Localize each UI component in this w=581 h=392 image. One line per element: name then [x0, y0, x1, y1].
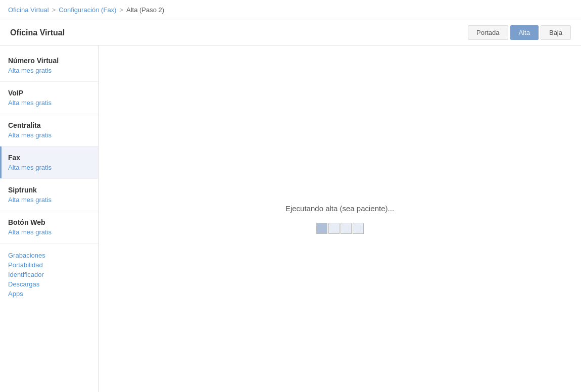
header-actions: Portada Alta Baja	[468, 25, 571, 40]
header-bar: Oficina Virtual Portada Alta Baja	[0, 20, 581, 45]
sidebar-link-apps[interactable]: Apps	[8, 290, 90, 298]
sidebar-link-numero-virtual[interactable]: Alta mes gratis	[8, 67, 90, 74]
portada-button[interactable]: Portada	[468, 25, 508, 40]
sidebar-section-fax[interactable]: Fax Alta mes gratis	[0, 146, 98, 179]
sidebar: Número Virtual Alta mes gratis VoIP Alta…	[0, 45, 99, 392]
page-title: Oficina Virtual	[10, 28, 65, 37]
content-area: Número Virtual Alta mes gratis VoIP Alta…	[0, 45, 581, 392]
sidebar-title-boton-web: Botón Web	[8, 218, 90, 226]
sidebar-link-siptrunk[interactable]: Alta mes gratis	[8, 196, 90, 204]
sidebar-link-identificador[interactable]: Identificador	[8, 271, 90, 278]
main-content: Ejecutando alta (sea paciente)...	[99, 45, 581, 392]
breadcrumb: Oficina Virtual > Configuración (Fax) > …	[0, 0, 581, 20]
progress-block-1	[316, 223, 327, 234]
sidebar-title-siptrunk: Siptrunk	[8, 186, 90, 194]
sidebar-title-voip: VoIP	[8, 89, 90, 97]
sidebar-title-fax: Fax	[8, 154, 90, 162]
alta-button[interactable]: Alta	[510, 25, 539, 40]
breadcrumb-sep-1: >	[52, 6, 56, 14]
progress-bar	[316, 223, 364, 234]
sidebar-link-portabilidad[interactable]: Portabilidad	[8, 261, 90, 269]
sidebar-link-fax[interactable]: Alta mes gratis	[8, 164, 90, 171]
sidebar-link-grabaciones[interactable]: Grabaciones	[8, 252, 90, 259]
status-text: Ejecutando alta (sea paciente)...	[285, 204, 394, 213]
sidebar-section-centralita[interactable]: Centralita Alta mes gratis	[0, 114, 98, 146]
baja-button[interactable]: Baja	[541, 25, 571, 40]
sidebar-section-voip[interactable]: VoIP Alta mes gratis	[0, 82, 98, 114]
sidebar-section-siptrunk[interactable]: Siptrunk Alta mes gratis	[0, 179, 98, 211]
sidebar-section-numero-virtual[interactable]: Número Virtual Alta mes gratis	[0, 50, 98, 82]
breadcrumb-oficina-virtual[interactable]: Oficina Virtual	[8, 6, 49, 14]
sidebar-bottom-links: Grabaciones Portabilidad Identificador D…	[0, 243, 98, 308]
progress-block-4	[353, 223, 364, 234]
sidebar-title-numero-virtual: Número Virtual	[8, 57, 90, 65]
progress-block-3	[341, 223, 352, 234]
breadcrumb-sep-2: >	[119, 6, 123, 14]
progress-block-2	[328, 223, 340, 234]
sidebar-link-voip[interactable]: Alta mes gratis	[8, 99, 90, 107]
sidebar-link-boton-web[interactable]: Alta mes gratis	[8, 228, 90, 236]
sidebar-section-boton-web[interactable]: Botón Web Alta mes gratis	[0, 211, 98, 243]
sidebar-link-descargas[interactable]: Descargas	[8, 280, 90, 288]
page-wrapper: Oficina Virtual Portada Alta Baja Número…	[0, 20, 581, 392]
breadcrumb-current: Alta (Paso 2)	[126, 6, 164, 14]
sidebar-title-centralita: Centralita	[8, 121, 90, 129]
sidebar-link-centralita[interactable]: Alta mes gratis	[8, 131, 90, 139]
breadcrumb-configuracion[interactable]: Configuración (Fax)	[59, 6, 116, 14]
